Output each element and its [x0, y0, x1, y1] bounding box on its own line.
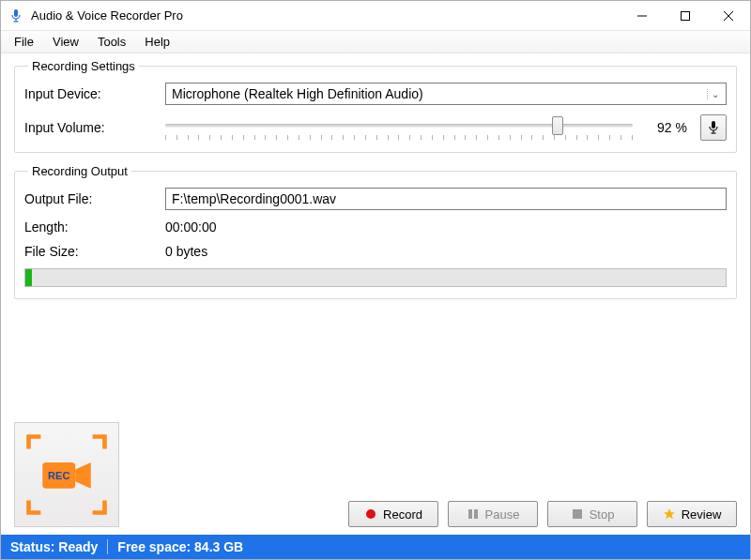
pause-button-label: Pause [485, 507, 520, 522]
svg-rect-15 [474, 509, 478, 519]
stop-button-label: Stop [590, 507, 615, 522]
input-device-value: Microphone (Realtek High Definition Audi… [172, 86, 707, 101]
pause-button[interactable]: Pause [448, 501, 538, 527]
length-label: Length: [24, 219, 165, 235]
pause-icon [467, 507, 480, 521]
slider-ticks [165, 135, 633, 141]
status-ready: Status: Ready [10, 539, 98, 554]
menubar: File View Tools Help [1, 31, 750, 53]
input-volume-label: Input Volume: [24, 120, 165, 135]
content-area: Recording Settings Input Device: Microph… [1, 53, 750, 535]
menu-view[interactable]: View [43, 31, 88, 53]
input-device-label: Input Device: [24, 86, 165, 101]
review-button[interactable]: Review [647, 501, 737, 527]
output-file-input[interactable] [165, 188, 727, 210]
close-button[interactable] [707, 1, 750, 31]
svg-rect-16 [573, 509, 582, 519]
svg-marker-11 [75, 462, 91, 489]
svg-text:REC: REC [48, 470, 69, 481]
chevron-down-icon: ⌄ [707, 89, 722, 99]
record-button-label: Record [383, 507, 422, 522]
menu-file[interactable]: File [5, 31, 43, 53]
app-icon-microphone [8, 8, 23, 23]
maximize-button[interactable] [664, 1, 707, 31]
svg-rect-4 [682, 11, 690, 20]
svg-rect-0 [14, 9, 18, 17]
input-volume-slider[interactable] [165, 114, 633, 141]
input-device-select[interactable]: Microphone (Realtek High Definition Audi… [165, 83, 727, 105]
stop-icon [571, 507, 584, 521]
group-recording-output-legend: Recording Output [28, 164, 131, 178]
stop-button[interactable]: Stop [547, 501, 637, 527]
statusbar-separator [107, 539, 108, 554]
status-free-space: Free space: 84.3 GB [117, 539, 243, 554]
minimize-button[interactable] [621, 1, 664, 31]
record-tile[interactable]: REC [14, 422, 119, 527]
star-icon [663, 507, 676, 521]
titlebar: Audio & Voice Recorder Pro [1, 1, 750, 31]
file-size-value: 0 bytes [165, 244, 727, 259]
input-volume-percent: 92 % [646, 120, 687, 135]
record-camera-icon: REC [23, 431, 110, 518]
record-button[interactable]: Record [348, 501, 438, 527]
group-recording-settings-legend: Recording Settings [28, 59, 139, 73]
file-size-label: File Size: [24, 244, 165, 259]
svg-marker-17 [664, 508, 675, 519]
menu-help[interactable]: Help [135, 31, 179, 53]
window-title: Audio & Voice Recorder Pro [31, 8, 183, 23]
output-file-label: Output File: [24, 191, 165, 206]
group-recording-output: Recording Output Output File: Length: 00… [14, 164, 737, 299]
svg-rect-14 [468, 509, 472, 519]
group-recording-settings: Recording Settings Input Device: Microph… [14, 59, 737, 153]
recording-progress-fill [25, 269, 32, 286]
length-value: 00:00:00 [165, 219, 727, 235]
svg-rect-7 [712, 121, 715, 129]
microphone-toggle-button[interactable] [700, 114, 727, 141]
menu-tools[interactable]: Tools [88, 31, 135, 53]
review-button-label: Review [682, 507, 722, 522]
record-icon [364, 507, 377, 521]
slider-thumb[interactable] [552, 116, 563, 135]
svg-point-13 [366, 509, 376, 519]
recording-progress [24, 268, 727, 287]
statusbar: Status: Ready Free space: 84.3 GB [1, 535, 750, 559]
